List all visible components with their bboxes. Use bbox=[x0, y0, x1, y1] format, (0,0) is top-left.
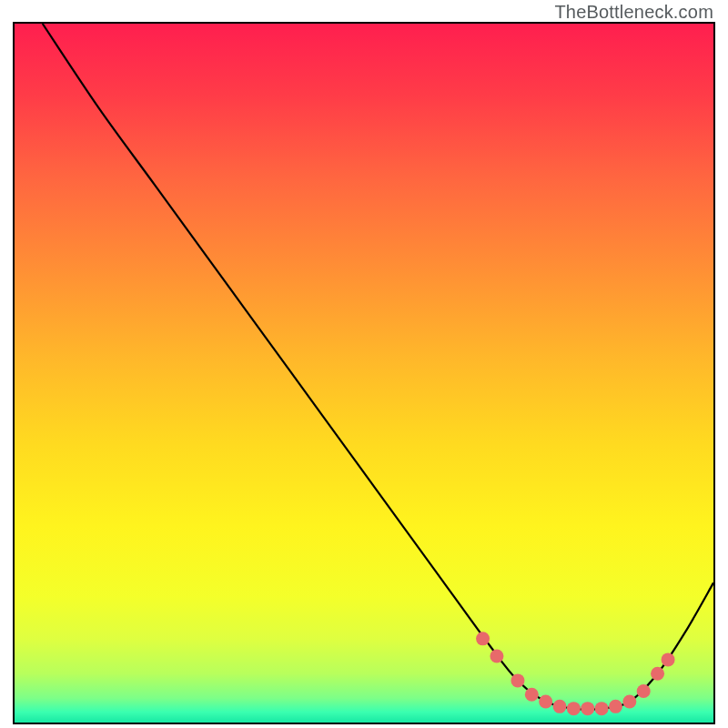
chart-svg bbox=[15, 24, 713, 723]
marker-point bbox=[662, 652, 675, 666]
marker-point bbox=[651, 667, 664, 681]
gradient-background bbox=[15, 24, 713, 723]
marker-point bbox=[476, 632, 490, 645]
marker-point bbox=[637, 684, 651, 698]
chart-area bbox=[13, 22, 715, 724]
marker-point bbox=[581, 702, 594, 715]
marker-point bbox=[595, 702, 609, 715]
marker-point bbox=[567, 702, 581, 715]
marker-point bbox=[525, 688, 539, 702]
marker-point bbox=[490, 650, 503, 663]
marker-point bbox=[553, 700, 567, 713]
marker-point bbox=[609, 700, 622, 713]
watermark-text: TheBottleneck.com bbox=[554, 2, 713, 23]
marker-point bbox=[511, 673, 524, 687]
marker-point bbox=[622, 694, 636, 708]
marker-point bbox=[539, 694, 552, 708]
